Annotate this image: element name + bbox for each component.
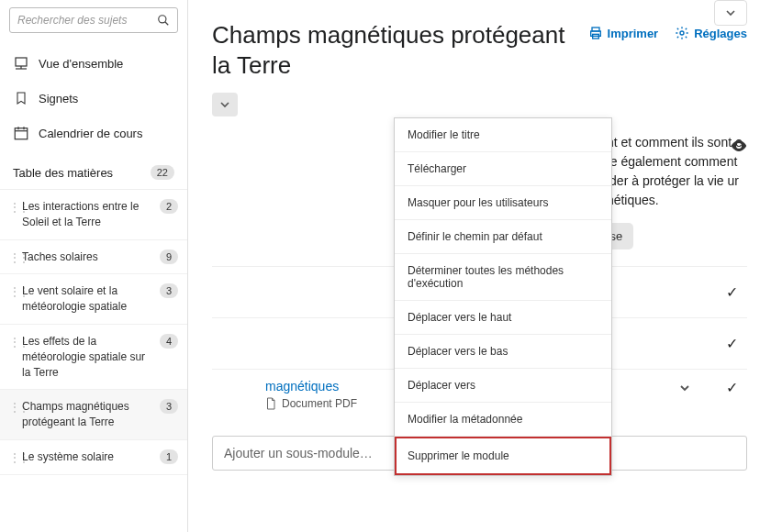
svg-point-12: [680, 31, 684, 35]
svg-rect-2: [16, 58, 27, 66]
toc-item-label: Les effets de la météorologie spatiale s…: [22, 334, 154, 380]
bookmark-icon: [13, 90, 29, 106]
toc-item-vent[interactable]: ⋮⋮ Le vent solaire et la météorologie sp…: [0, 274, 187, 325]
drag-handle-icon[interactable]: ⋮⋮: [9, 399, 17, 414]
menu-move-up[interactable]: Déplacer vers le haut: [395, 301, 611, 335]
svg-line-1: [165, 22, 169, 26]
nav-bookmarks[interactable]: Signets: [0, 81, 187, 116]
drag-handle-icon[interactable]: ⋮⋮: [9, 283, 17, 298]
nav-calendar-label: Calendrier de cours: [39, 127, 142, 140]
calendar-icon: [13, 125, 29, 141]
menu-move-to[interactable]: Déplacer vers: [395, 369, 611, 403]
visibility-icon[interactable]: [731, 139, 747, 152]
module-context-menu: Modifier le titre Télécharger Masquer po…: [394, 117, 612, 476]
nav-overview[interactable]: Vue d'ensemble: [0, 46, 187, 81]
svg-point-0: [159, 16, 166, 23]
search-icon[interactable]: [157, 14, 170, 27]
settings-label: Réglages: [694, 27, 747, 40]
toc-item-count: 3: [160, 399, 178, 414]
toc-item-count: 1: [160, 449, 178, 464]
nav-bookmarks-label: Signets: [39, 92, 78, 105]
main: Imprimer Réglages Champs magnétiques pro…: [188, 0, 771, 532]
toc-item-label: Les interactions entre le Soleil et la T…: [22, 199, 154, 230]
drag-handle-icon[interactable]: ⋮⋮: [9, 199, 17, 214]
menu-hide[interactable]: Masquer pour les utilisateurs: [395, 186, 611, 220]
toc-total-badge: 22: [151, 165, 174, 180]
drag-handle-icon[interactable]: ⋮⋮: [9, 449, 17, 464]
toc-item-count: 9: [160, 249, 178, 264]
toc-item-effets[interactable]: ⋮⋮ Les effets de la météorologie spatial…: [0, 325, 187, 390]
toc-item-count: 2: [160, 199, 178, 214]
doc-meta-label: Document PDF: [282, 397, 357, 410]
chevron-down-icon[interactable]: [680, 383, 689, 393]
print-icon: [588, 26, 603, 40]
toc-item-taches[interactable]: ⋮⋮ Taches solaires 9: [0, 240, 187, 275]
menu-edit-metadata[interactable]: Modifier la métadonnée: [395, 403, 611, 437]
toc-item-count: 3: [160, 283, 178, 298]
doc-info: magnétiques Document PDF: [236, 379, 357, 410]
print-button[interactable]: Imprimer: [588, 26, 659, 40]
search-input[interactable]: [17, 14, 157, 27]
gear-icon: [675, 26, 689, 40]
settings-button[interactable]: Réglages: [675, 26, 747, 40]
menu-delete-module[interactable]: Supprimer le module: [395, 437, 611, 475]
page-title: Champs magnétiques protégeant la Terre: [212, 20, 579, 80]
nav-calendar[interactable]: Calendrier de cours: [0, 116, 187, 150]
sidebar: Vue d'ensemble Signets Calendrier de cou…: [0, 0, 188, 532]
nav-overview-label: Vue d'ensemble: [39, 57, 123, 71]
toc-item-interactions[interactable]: ⋮⋮ Les interactions entre le Soleil et l…: [0, 190, 187, 240]
search-box[interactable]: [9, 7, 178, 33]
menu-download[interactable]: Télécharger: [395, 152, 611, 186]
toc-item-label: Le système solaire: [22, 449, 154, 465]
drag-handle-icon[interactable]: ⋮⋮: [9, 334, 17, 349]
doc-title[interactable]: magnétiques: [265, 379, 357, 393]
document-icon: [265, 397, 276, 410]
toc-item-count: 4: [160, 334, 178, 349]
toc-item-label: Le vent solaire et la météorologie spati…: [22, 283, 154, 315]
menu-edit-title[interactable]: Modifier le titre: [395, 118, 611, 152]
toc-item-systeme[interactable]: ⋮⋮ Le système solaire 1: [0, 440, 187, 475]
svg-rect-5: [15, 128, 28, 139]
menu-completion-methods[interactable]: Déterminer toutes les méthodes d'exécuti…: [395, 254, 611, 301]
drag-handle-icon[interactable]: ⋮⋮: [9, 249, 17, 264]
toc-item-champs[interactable]: ⋮⋮ Champs magnétiques protégeant la Terr…: [0, 390, 187, 440]
check-icon: ✓: [726, 379, 738, 396]
check-icon: ✓: [726, 283, 738, 301]
toc-item-label: Champs magnétiques protégeant la Terre: [22, 399, 154, 430]
topbar: Imprimer Réglages: [588, 26, 747, 40]
check-icon: ✓: [726, 335, 738, 352]
print-label: Imprimer: [608, 27, 659, 40]
module-options-button[interactable]: [714, 0, 747, 26]
toc-item-label: Taches solaires: [22, 249, 154, 265]
toc-header-label: Table des matières: [13, 166, 113, 180]
menu-move-down[interactable]: Déplacer vers le bas: [395, 335, 611, 369]
menu-default-path[interactable]: Définir le chemin par défaut: [395, 220, 611, 254]
overview-icon: [13, 55, 29, 72]
toc-header[interactable]: Table des matières 22: [0, 156, 187, 190]
title-dropdown-button[interactable]: [212, 93, 238, 116]
